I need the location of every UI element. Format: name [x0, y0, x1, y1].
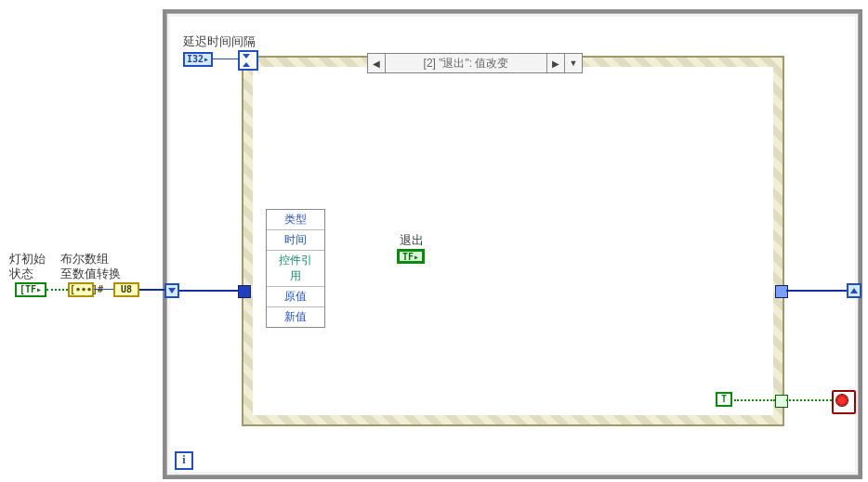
- wire-i32-to-timeout: [213, 59, 238, 59]
- labview-block-diagram: i ◀ [2] "退出": 值改变 ▶ ▼ 类型 时间 控件引用 原值 新值 延…: [0, 0, 868, 482]
- shift-register-left[interactable]: [164, 283, 179, 298]
- event-tunnel-right-green[interactable]: [775, 395, 788, 408]
- event-case-next-button[interactable]: ▶: [546, 54, 564, 72]
- wire-tf-to-boolarr: [46, 289, 68, 291]
- event-data-oldval[interactable]: 原值: [267, 287, 324, 307]
- exit-label: 退出: [400, 232, 424, 249]
- delay-interval-label: 延迟时间间隔: [183, 33, 256, 50]
- exit-bool-control-terminal[interactable]: TF▸: [397, 249, 425, 264]
- wire-u8-to-shiftreg: [139, 289, 164, 291]
- event-data-ctlref[interactable]: 控件引用: [267, 251, 324, 287]
- event-case-dropdown-button[interactable]: ▼: [564, 54, 582, 72]
- event-structure-interior: [253, 67, 773, 415]
- event-data-time[interactable]: 时间: [267, 230, 324, 251]
- bool-array-to-number-node[interactable]: [∙∙∙]#: [68, 282, 94, 297]
- event-data-node[interactable]: 类型 时间 控件引用 原值 新值: [266, 209, 325, 328]
- wire-event-to-shiftreg-right: [786, 290, 847, 292]
- event-data-type[interactable]: 类型: [267, 210, 324, 230]
- wire-boolarr-to-u8: [94, 289, 113, 290]
- shift-register-right[interactable]: [847, 283, 861, 298]
- event-case-label: [2] "退出": 值改变: [386, 56, 546, 72]
- bool-array-control-terminal[interactable]: [TF▸: [15, 282, 46, 297]
- loop-iteration-terminal[interactable]: i: [175, 451, 193, 470]
- i32-delay-control-terminal[interactable]: I32▸: [183, 52, 213, 67]
- wire-tunnel-to-stop: [786, 399, 832, 401]
- loop-stop-terminal[interactable]: [832, 390, 856, 414]
- light-initial-state-label-l2: 状态: [9, 266, 33, 282]
- u8-conversion-node[interactable]: U8: [113, 282, 139, 297]
- wire-shiftreg-to-event: [179, 290, 239, 292]
- event-tunnel-right-blue[interactable]: [775, 285, 788, 298]
- event-case-selector[interactable]: ◀ [2] "退出": 值改变 ▶ ▼: [367, 53, 583, 73]
- event-tunnel-left-blue[interactable]: [238, 285, 251, 298]
- event-timeout-terminal[interactable]: [238, 50, 258, 71]
- wire-trueconst-to-tunnel: [734, 399, 775, 401]
- event-data-newval[interactable]: 新值: [267, 307, 324, 327]
- true-constant[interactable]: T: [716, 392, 732, 407]
- bool-array-label-l2: 至数值转换: [60, 266, 121, 282]
- event-case-prev-button[interactable]: ◀: [368, 54, 386, 72]
